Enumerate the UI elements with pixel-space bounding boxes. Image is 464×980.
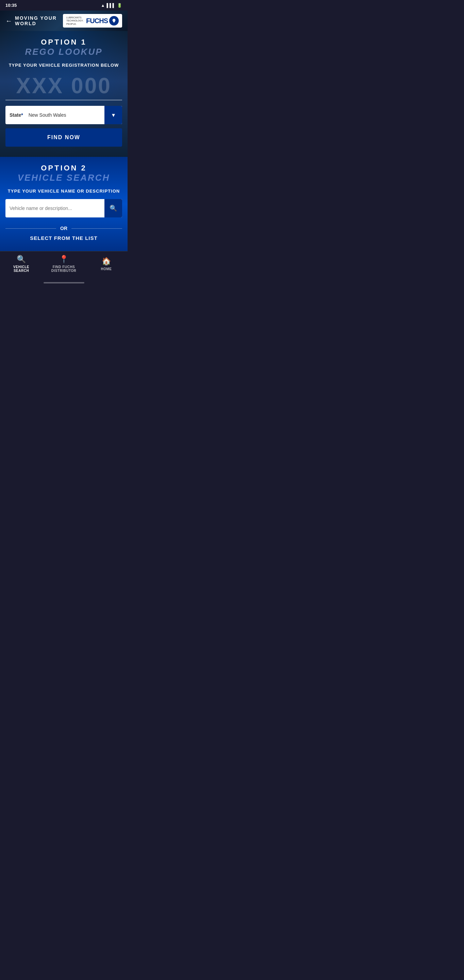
option2-subtitle: VEHICLE SEARCH [5,172,122,183]
vehicle-search-input-container[interactable]: 🔍 [5,199,122,218]
option1-subtitle: REGO LOOKUP [5,47,122,57]
home-nav-label: HOME [101,267,112,271]
logo-tagline-1: LUBRICANTS. [66,16,83,19]
status-icons: ▲ ▌▌▌ 🔋 [101,3,122,8]
select-from-list-label[interactable]: SELECT FROM THE LIST [5,235,122,241]
wifi-icon: ▲ [101,3,105,8]
back-button[interactable]: ← [5,17,12,25]
find-now-button[interactable]: FIND NOW [5,128,122,147]
vehicle-search-input[interactable] [5,200,105,216]
bottom-navigation: 🔍 VEHICLESEARCH 📍 FIND FUCHSDISTRIBUTOR … [0,251,127,279]
fuchs-logo: LUBRICANTS. TECHNOLOGY. PEOPLE. FUCHS [63,14,122,27]
logo-circle-icon [109,16,119,25]
status-time: 10:35 [5,3,17,8]
chevron-down-icon: ▾ [112,111,115,119]
state-value: New South Wales [29,112,66,118]
nav-item-find-fuchs-distributor[interactable]: 📍 FIND FUCHSDISTRIBUTOR [43,255,85,272]
option1-section: OPTION 1 REGO LOOKUP TYPE YOUR VEHICLE R… [0,31,127,157]
nav-item-vehicle-search[interactable]: 🔍 VEHICLESEARCH [0,255,43,272]
or-divider: OR [5,226,122,231]
option2-label: OPTION 2 [5,164,122,172]
state-label: State* [10,112,23,118]
header-left: ← MOVING YOUR WORLD [5,15,63,26]
rego-underline [5,100,122,100]
logo-tagline-3: PEOPLE. [66,22,83,25]
or-text: OR [60,226,67,231]
home-indicator-bar [43,282,84,283]
status-bar: 10:35 ▲ ▌▌▌ 🔋 [0,0,127,11]
option2-heading: OPTION 2 VEHICLE SEARCH [5,164,122,183]
or-line-left [5,228,56,229]
state-dropdown-button[interactable]: ▾ [105,106,122,124]
search-icon: 🔍 [110,205,117,212]
vehicle-search-nav-label: VEHICLESEARCH [13,265,29,272]
battery-icon: 🔋 [117,3,122,8]
logo-tagline-2: TECHNOLOGY. [66,19,83,22]
state-asterisk: * [21,112,23,118]
option2-instruction: TYPE YOUR VEHICLE NAME OR DESCRIPTION [5,189,122,194]
state-label-field: State* New South Wales [5,107,105,123]
vehicle-search-nav-icon: 🔍 [17,255,26,264]
rego-input-display[interactable]: XXX 000 [5,73,122,98]
signal-icon: ▌▌▌ [106,3,115,8]
home-nav-icon: 🏠 [102,257,111,266]
option1-label: OPTION 1 [5,38,122,47]
state-select-container[interactable]: State* New South Wales ▾ [5,106,122,124]
home-indicator [0,279,127,286]
logo-brand-name: FUCHS [86,17,108,25]
option1-instruction: TYPE YOUR VEHICLE REGISTRATION BELOW [5,63,122,68]
app-header: ← MOVING YOUR WORLD LUBRICANTS. TECHNOLO… [0,11,127,31]
rego-placeholder-text: XXX 000 [5,73,122,98]
option1-heading: OPTION 1 REGO LOOKUP [5,38,122,57]
option2-section: OPTION 2 VEHICLE SEARCH TYPE YOUR VEHICL… [0,157,127,251]
or-line-right [72,228,122,229]
vehicle-search-button[interactable]: 🔍 [105,199,122,218]
find-fuchs-nav-icon: 📍 [59,255,68,264]
header-title: MOVING YOUR WORLD [15,15,63,26]
find-fuchs-nav-label: FIND FUCHSDISTRIBUTOR [51,265,76,272]
nav-item-home[interactable]: 🏠 HOME [85,257,127,271]
